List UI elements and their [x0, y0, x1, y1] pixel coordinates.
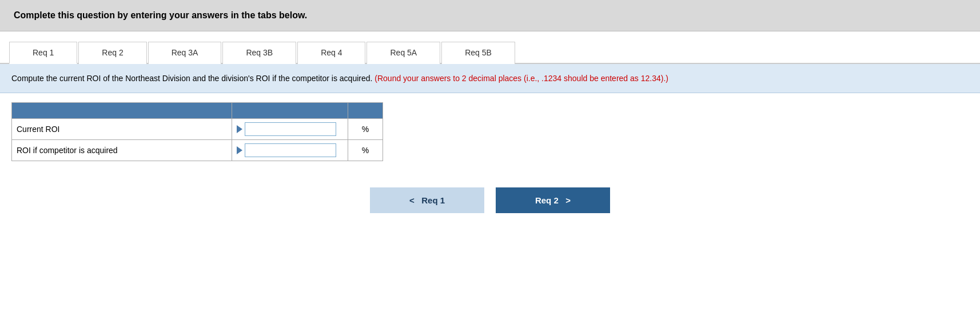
page-wrapper: Complete this question by entering your … [0, 0, 980, 320]
table-section: Current ROI % ROI if competitor is acqui… [0, 93, 980, 170]
current-roi-label: Current ROI [12, 119, 232, 140]
tab-req2[interactable]: Req 2 [78, 42, 146, 64]
header-value-cell [232, 103, 348, 119]
prev-button[interactable]: < Req 1 [370, 187, 484, 213]
prev-label: Req 1 [421, 195, 445, 205]
header-label-cell [12, 103, 232, 119]
current-roi-unit: % [348, 119, 383, 140]
header-unit-cell [348, 103, 383, 119]
roi-competitor-input-cell [232, 140, 348, 161]
tabs-container: Req 1 Req 2 Req 3A Req 3B Req 4 Req 5A R… [0, 31, 980, 64]
tab-req5b[interactable]: Req 5B [441, 42, 515, 64]
tab-req4[interactable]: Req 4 [297, 42, 365, 64]
nav-buttons: < Req 1 Req 2 > [0, 176, 980, 225]
description-note-text: (Round your answers to 2 decimal places … [375, 74, 668, 83]
table-header-row [12, 103, 383, 119]
current-roi-triangle-icon [237, 125, 242, 133]
roi-table: Current ROI % ROI if competitor is acqui… [11, 102, 383, 161]
content-area: Compute the current ROI of the Northeast… [0, 64, 980, 320]
current-roi-input[interactable] [245, 122, 336, 136]
roi-competitor-input-wrapper [237, 143, 343, 157]
instruction-text: Complete this question by entering your … [14, 10, 307, 20]
current-roi-input-wrapper [237, 122, 343, 136]
description-main-text: Compute the current ROI of the Northeast… [11, 74, 372, 83]
roi-competitor-label: ROI if competitor is acquired [12, 140, 232, 161]
description-box: Compute the current ROI of the Northeast… [0, 64, 980, 93]
roi-competitor-triangle-icon [237, 146, 242, 154]
roi-competitor-unit: % [348, 140, 383, 161]
next-label: Req 2 [535, 195, 559, 205]
tab-req3a[interactable]: Req 3A [148, 42, 222, 64]
instruction-bar: Complete this question by entering your … [0, 0, 980, 31]
table-row: ROI if competitor is acquired % [12, 140, 383, 161]
current-roi-input-cell [232, 119, 348, 140]
tab-req3b[interactable]: Req 3B [222, 42, 296, 64]
tab-req1[interactable]: Req 1 [9, 42, 77, 64]
table-row: Current ROI % [12, 119, 383, 140]
next-button[interactable]: Req 2 > [496, 187, 610, 213]
prev-icon: < [409, 195, 419, 205]
tab-req5a[interactable]: Req 5A [366, 42, 440, 64]
roi-competitor-input[interactable] [245, 143, 336, 157]
next-icon: > [561, 195, 571, 205]
